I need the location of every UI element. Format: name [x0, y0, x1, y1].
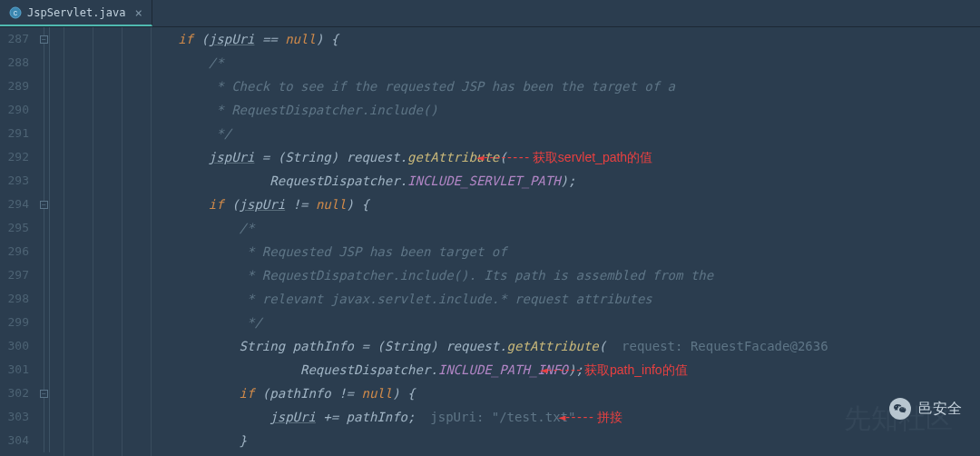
fold-marker[interactable] — [36, 358, 54, 382]
code-line: * Check to see if the requested JSP has … — [86, 74, 980, 98]
code-line: String pathInfo = (String) request.getAt… — [86, 334, 980, 358]
code-line: * RequestDispatcher.include(). Its path … — [86, 263, 980, 287]
fold-marker[interactable]: − — [36, 27, 54, 51]
code-line: * relevant javax.servlet.include.* reque… — [86, 287, 980, 311]
code-line: if (jspUri == null) { — [86, 27, 980, 51]
line-number: 295 — [0, 216, 29, 240]
line-number: 289 — [0, 74, 29, 98]
watermark: 邑安全 — [889, 398, 962, 420]
fold-marker[interactable] — [36, 263, 54, 287]
code-line: /* — [86, 51, 980, 74]
fold-marker[interactable] — [36, 287, 54, 311]
line-number: 300 — [0, 334, 29, 358]
annotation-3: ◄-----拼接 — [558, 405, 622, 429]
tab-bar: c JspServlet.java × — [0, 0, 980, 27]
fold-marker[interactable] — [36, 74, 54, 98]
code-line: * Requested JSP has been target of — [86, 240, 980, 263]
code-line: RequestDispatcher.INCLUDE_PATH_INFO); ◄-… — [86, 358, 980, 382]
line-number: 288 — [0, 51, 29, 74]
fold-marker[interactable] — [36, 98, 54, 122]
line-number: 297 — [0, 263, 29, 287]
tab-label: JspServlet.java — [27, 6, 125, 19]
fold-marker[interactable] — [36, 429, 54, 452]
fold-marker[interactable]: − — [36, 193, 54, 216]
code-line: */ — [86, 122, 980, 145]
fold-marker[interactable] — [36, 145, 54, 169]
fold-marker[interactable] — [36, 311, 54, 334]
editor: 2872882892902912922932942952962972982993… — [0, 27, 980, 456]
java-class-icon: c — [9, 6, 22, 19]
fold-marker[interactable] — [36, 169, 54, 193]
line-number: 299 — [0, 311, 29, 334]
line-number: 298 — [0, 287, 29, 311]
svg-text:c: c — [14, 8, 18, 17]
fold-marker[interactable] — [36, 51, 54, 74]
wechat-icon — [889, 398, 911, 420]
line-number: 290 — [0, 98, 29, 122]
line-number: 293 — [0, 169, 29, 193]
code-line: * RequestDispatcher.include() — [86, 98, 980, 122]
line-number: 296 — [0, 240, 29, 263]
line-number: 291 — [0, 122, 29, 145]
fold-marker[interactable] — [36, 334, 54, 358]
line-number: 287 — [0, 27, 29, 51]
code-line: RequestDispatcher.INCLUDE_SERVLET_PATH); — [86, 169, 980, 193]
code-line: */ — [86, 311, 980, 334]
code-line: /* — [86, 216, 980, 240]
code-line: if (jspUri != null) { — [86, 193, 980, 216]
fold-marker[interactable] — [36, 240, 54, 263]
line-number: 304 — [0, 429, 29, 452]
annotation-1: ◄--------获取servlet_path的值 — [476, 145, 652, 169]
close-icon[interactable]: × — [134, 5, 142, 20]
code-line: jspUri = (String) request.getAttribute( … — [86, 145, 980, 169]
line-number: 301 — [0, 358, 29, 382]
line-number: 303 — [0, 405, 29, 429]
annotation-2: ◄------获取path_info的值 — [540, 358, 688, 382]
tab-jspservlet[interactable]: c JspServlet.java × — [0, 0, 152, 26]
line-number: 294 — [0, 193, 29, 216]
code-area[interactable]: if (jspUri == null) { /* * Check to see … — [54, 27, 980, 456]
fold-marker[interactable] — [36, 122, 54, 145]
line-number: 302 — [0, 382, 29, 405]
line-number-gutter: 2872882892902912922932942952962972982993… — [0, 27, 36, 456]
fold-marker[interactable] — [36, 405, 54, 429]
line-number: 292 — [0, 145, 29, 169]
fold-marker[interactable] — [36, 216, 54, 240]
fold-gutter: −−− — [36, 27, 54, 456]
fold-marker[interactable]: − — [36, 382, 54, 405]
